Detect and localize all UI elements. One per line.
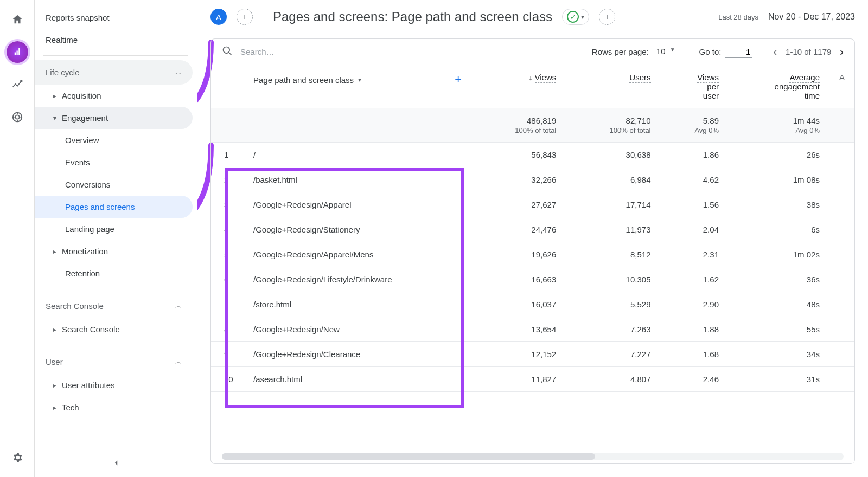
row-path[interactable]: /store.html (244, 292, 471, 317)
sidebar-group-label: User (46, 357, 63, 366)
customize-report-button[interactable]: + (599, 9, 615, 25)
row-path[interactable]: /Google+Redesign/Apparel (244, 192, 471, 217)
chevron-down-icon: ▾ (581, 13, 584, 21)
sidebar-item-monetization[interactable]: ▸ Monetization (35, 240, 193, 262)
sidebar-item-conversions[interactable]: Conversions (35, 173, 193, 196)
sidebar-item-pages-screens[interactable]: Pages and screens (35, 196, 193, 218)
row-views: 56,843 (471, 143, 566, 167)
row-index: 3 (211, 192, 244, 217)
dimension-dropdown[interactable]: Page path and screen class ▾ (253, 75, 361, 85)
row-index: 10 (211, 367, 244, 392)
sidebar-group-user[interactable]: User ︿ (35, 350, 193, 374)
explore-icon[interactable] (7, 74, 28, 95)
sidebar-item-landing-page[interactable]: Landing page (35, 218, 193, 240)
goto-input[interactable] (725, 46, 752, 58)
rows-per-page-label: Rows per page: (592, 47, 649, 56)
next-page-button[interactable]: › (840, 46, 844, 58)
sidebar-item-user-attributes[interactable]: ▸ User attributes (35, 374, 193, 396)
row-vpu: 1.68 (661, 342, 729, 367)
row-index: 8 (211, 317, 244, 342)
row-users: 11,973 (566, 217, 660, 242)
row-views: 12,152 (471, 342, 566, 367)
row-users: 10,305 (566, 267, 660, 292)
sidebar-item-overview[interactable]: Overview (35, 129, 193, 151)
table-row[interactable]: 7/store.html16,0375,5292.9048s (211, 292, 854, 317)
row-path[interactable]: /Google+Redesign/Lifestyle/Drinkware (244, 267, 471, 292)
prev-page-button[interactable]: ‹ (773, 46, 777, 58)
col-avg-engagement-time[interactable]: Average engagement time (729, 65, 829, 108)
date-range-picker[interactable]: Nov 20 - Dec 17, 2023 (768, 12, 855, 22)
col-views[interactable]: ↓Views (471, 65, 566, 108)
advertising-icon[interactable] (7, 106, 28, 128)
add-comparison-button[interactable]: + (237, 9, 253, 25)
chevron-up-icon: ︿ (175, 301, 182, 311)
sidebar-item-search-console[interactable]: ▸ Search Console (35, 318, 193, 340)
sidebar-item-tech[interactable]: ▸ Tech (35, 396, 193, 418)
sidebar-item-engagement[interactable]: ▾ Engagement (35, 107, 193, 129)
row-users: 4,807 (566, 367, 660, 392)
sidebar-item-retention[interactable]: Retention (35, 262, 193, 285)
search-input[interactable] (240, 47, 392, 56)
row-path[interactable]: /asearch.html (244, 367, 471, 392)
row-users: 7,263 (566, 317, 660, 342)
date-range-label: Last 28 days (718, 13, 758, 21)
sidebar-item-label: User attributes (62, 381, 115, 390)
sidebar-realtime[interactable]: Realtime (35, 29, 197, 51)
row-path[interactable]: / (244, 143, 471, 167)
col-users[interactable]: Users (566, 65, 660, 108)
settings-icon[interactable] (7, 447, 28, 468)
horizontal-scrollbar[interactable] (222, 453, 844, 460)
sidebar-item-events[interactable]: Events (35, 151, 193, 173)
row-path[interactable]: /Google+Redesign/Stationery (244, 217, 471, 242)
reports-icon[interactable] (7, 41, 28, 63)
col-overflow: A (829, 65, 854, 108)
status-pill[interactable]: ✓ ▾ (562, 9, 589, 25)
goto-label: Go to: (699, 47, 722, 56)
row-path[interactable]: /basket.html (244, 167, 471, 192)
table-row[interactable]: 9/Google+Redesign/Clearance12,1527,2271.… (211, 342, 854, 367)
main: A + Pages and screens: Page path and scr… (197, 0, 868, 477)
check-circle-icon: ✓ (567, 11, 579, 23)
sidebar-item-label: Search Console (62, 325, 120, 334)
row-vpu: 1.86 (661, 143, 729, 167)
table-row[interactable]: 10/asearch.html11,8274,8072.4631s (211, 367, 854, 392)
table-wrap[interactable]: Page path and screen class ▾ + ↓Views Us… (211, 65, 854, 453)
row-path[interactable]: /Google+Redesign/New (244, 317, 471, 342)
sidebar-item-acquisition[interactable]: ▸ Acquisition (35, 85, 193, 107)
sidebar-item-label: Monetization (62, 247, 108, 256)
table-row[interactable]: 4/Google+Redesign/Stationery24,47611,973… (211, 217, 854, 242)
table-row[interactable]: 8/Google+Redesign/New13,6547,2631.8855s (211, 317, 854, 342)
svg-point-3 (224, 47, 230, 54)
col-views-per-user[interactable]: Views per user (661, 65, 729, 108)
row-vpu: 1.62 (661, 267, 729, 292)
row-vpu: 1.56 (661, 192, 729, 217)
row-aet: 48s (729, 292, 829, 317)
row-users: 6,984 (566, 167, 660, 192)
table-row[interactable]: 2/basket.html32,2666,9844.621m 08s (211, 167, 854, 192)
sidebar-reports-snapshot[interactable]: Reports snapshot (35, 7, 197, 29)
add-dimension-button[interactable]: + (455, 73, 462, 87)
search-icon (222, 46, 233, 58)
caret-right-icon: ▸ (53, 326, 56, 333)
table-row[interactable]: 5/Google+Redesign/Apparel/Mens19,6268,51… (211, 242, 854, 267)
collapse-sidebar-button[interactable] (111, 458, 121, 470)
topbar: A + Pages and screens: Page path and scr… (197, 0, 868, 34)
page-title: Pages and screens: Page path and screen … (273, 9, 552, 24)
row-path[interactable]: /Google+Redesign/Apparel/Mens (244, 242, 471, 267)
row-index: 5 (211, 242, 244, 267)
sidebar-group-lifecycle[interactable]: Life cycle ︿ (35, 60, 193, 85)
row-views: 27,627 (471, 192, 566, 217)
row-aet: 34s (729, 342, 829, 367)
svg-point-2 (15, 115, 19, 119)
row-users: 7,227 (566, 342, 660, 367)
row-path[interactable]: /Google+Redesign/Clearance (244, 342, 471, 367)
table-row[interactable]: 6/Google+Redesign/Lifestyle/Drinkware16,… (211, 267, 854, 292)
home-icon[interactable] (7, 9, 28, 30)
row-views: 16,663 (471, 267, 566, 292)
account-chip[interactable]: A (210, 9, 227, 25)
table-row[interactable]: 1/56,84330,6381.8626s (211, 143, 854, 167)
table-row[interactable]: 3/Google+Redesign/Apparel27,62717,7141.5… (211, 192, 854, 217)
rows-per-page-select[interactable]: 10 ▼ (653, 47, 675, 57)
sidebar-group-search-console[interactable]: Search Console ︿ (35, 294, 193, 318)
chevron-down-icon: ▾ (358, 76, 361, 83)
